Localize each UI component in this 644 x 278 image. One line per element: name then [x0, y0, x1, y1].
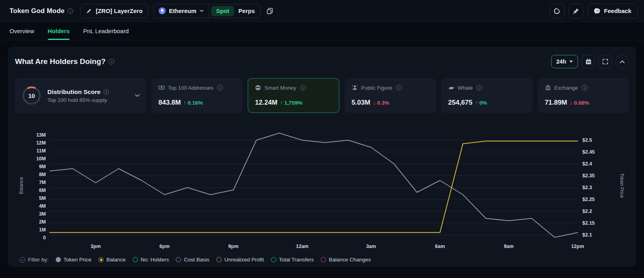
chevron-up-icon [620, 60, 625, 64]
svg-text:$2.2: $2.2 [582, 208, 592, 214]
svg-text:6M: 6M [39, 188, 46, 193]
info-icon[interactable]: i [476, 85, 482, 90]
filter-option-cost-basis[interactable]: Cost Basis [176, 257, 209, 263]
whale-icon [448, 85, 454, 91]
filter-option-balance[interactable]: Balance [98, 257, 126, 263]
holders-chart-area[interactable]: 01M2M3M4M5M6M7M8M9M10M11M12M13M$2.1$2.15… [8, 118, 636, 253]
collapse-button[interactable] [616, 55, 629, 68]
distribution-subtitle: Top 100 hold 85% supply [47, 97, 129, 103]
stat-change: ↓ 0.3% [373, 100, 389, 106]
svg-text:3pm: 3pm [90, 244, 101, 249]
filter-option-unrealized-profit[interactable]: Unrealized Profit [217, 257, 264, 263]
fullscreen-button[interactable] [599, 55, 612, 68]
info-icon[interactable]: i [396, 85, 402, 90]
stat-card-exchange[interactable]: Exchange i 71.89M ↓ 0.08% [538, 78, 629, 113]
filter-radio-icon[interactable] [176, 257, 181, 262]
page-tabs: Overview Holders PnL Leaderboard [0, 22, 644, 40]
svg-text:11M: 11M [36, 148, 46, 154]
svg-text:9M: 9M [39, 164, 46, 169]
tab-holders[interactable]: Holders [48, 22, 70, 40]
svg-text:$2.35: $2.35 [582, 173, 595, 178]
network-label: Ethereum [169, 8, 196, 14]
section-controls: 24h [551, 55, 629, 68]
calendar-icon [585, 58, 592, 65]
distribution-score-value: 10 [21, 85, 42, 106]
svg-text:6am: 6am [435, 244, 445, 249]
time-range-dropdown[interactable]: 24h [551, 55, 578, 68]
filter-radio-icon[interactable] [321, 257, 326, 262]
svg-text:0: 0 [43, 235, 46, 240]
filter-option-label: Total Transfers [279, 257, 314, 263]
tab-pnl-leaderboard[interactable]: PnL Leaderboard [83, 22, 128, 40]
stat-change: ↓ 0.08% [570, 100, 589, 106]
svg-text:$2.15: $2.15 [582, 220, 595, 226]
filter-radio-icon[interactable] [56, 257, 61, 262]
svg-text:$2.5: $2.5 [582, 137, 592, 143]
filter-option-balance-changes[interactable]: Balance Changes [321, 257, 371, 263]
stat-value: 71.89M [545, 99, 567, 107]
network-dropdown[interactable]: Ethereum [154, 4, 209, 18]
cash-icon [158, 85, 165, 91]
info-icon[interactable]: i [20, 257, 25, 263]
feedback-label: Feedback [604, 8, 631, 14]
smart-money-icon [255, 85, 261, 91]
distribution-title: Distribution Score [47, 88, 100, 96]
network-market-control: Ethereum Spot Perps [153, 4, 261, 18]
stat-title: Top 100 Addresses [168, 85, 213, 91]
feedback-button[interactable]: Feedback [588, 4, 638, 19]
svg-text:$2.25: $2.25 [582, 197, 595, 202]
holders-line-chart[interactable]: 01M2M3M4M5M6M7M8M9M10M11M12M13M$2.1$2.15… [17, 118, 627, 251]
stat-value: 5.03M [352, 99, 370, 107]
svg-text:12am: 12am [296, 244, 309, 249]
stat-card-whale[interactable]: Whale i 254,675 ↑ 0% [441, 78, 532, 113]
info-icon[interactable]: i [217, 85, 223, 90]
stat-card-public-figure[interactable]: Public Figure i 5.03M ↓ 0.3% [345, 78, 436, 113]
info-icon[interactable]: i [300, 85, 306, 90]
section-title: What Are Holders Doing? [15, 57, 105, 66]
info-icon[interactable]: i [68, 8, 73, 14]
ethereum-icon [158, 7, 166, 15]
svg-text:Balance: Balance [19, 177, 24, 194]
divider [209, 4, 209, 18]
svg-text:5M: 5M [39, 195, 46, 201]
chevron-down-icon [200, 9, 204, 12]
filter-option-total-transfers[interactable]: Total Transfers [271, 257, 314, 263]
pin-button[interactable] [569, 4, 584, 19]
stat-value: 843.8M [158, 99, 181, 107]
distribution-gauge: 10 [21, 85, 42, 106]
gauge-icon [553, 7, 561, 15]
market-tab-spot[interactable]: Spot [211, 6, 234, 16]
time-range-value: 24h [556, 58, 566, 65]
chevron-down-icon[interactable] [135, 94, 140, 97]
gauge-button[interactable] [550, 4, 565, 19]
market-tab-perps[interactable]: Perps [235, 4, 260, 18]
token-selector[interactable]: [ZRO] LayerZero [80, 4, 148, 18]
copy-button[interactable] [266, 8, 273, 15]
svg-text:$2.4: $2.4 [582, 161, 592, 167]
filter-option-label: Token Price [64, 257, 92, 263]
stat-card-smart-money[interactable]: Smart Money i 12.24M ↑ 1,759% [248, 78, 339, 113]
filter-radio-icon[interactable] [271, 257, 276, 262]
svg-text:$2.3: $2.3 [582, 185, 592, 190]
distribution-score-card[interactable]: 10 Distribution Score i Top 100 hold 85%… [15, 78, 146, 113]
svg-text:3am: 3am [366, 244, 376, 249]
stat-card-top-100-addresses[interactable]: Top 100 Addresses i 843.8M ↑ 0.16% [151, 78, 243, 113]
calendar-button[interactable] [582, 55, 595, 68]
tab-overview[interactable]: Overview [9, 22, 34, 40]
stat-title: Whale [458, 85, 473, 91]
stat-change: ↑ 1,759% [280, 100, 302, 106]
info-icon[interactable]: i [109, 59, 114, 64]
filter-option-no-holders[interactable]: No: Holders [133, 257, 169, 263]
header-actions: Feedback [550, 4, 638, 19]
app-header: Token God Mode i [ZRO] LayerZero Ethereu… [0, 0, 644, 22]
filter-by-label: Filter by: [28, 257, 49, 263]
svg-text:8M: 8M [39, 172, 46, 177]
filter-radio-icon[interactable] [133, 257, 138, 262]
filter-radio-icon[interactable] [217, 257, 222, 262]
info-icon[interactable]: i [104, 89, 109, 95]
chat-icon [594, 8, 601, 15]
filter-option-token-price[interactable]: Token Price [56, 257, 92, 263]
filter-radio-icon[interactable] [98, 257, 104, 262]
filter-option-label: Cost Basis [184, 257, 209, 263]
info-icon[interactable]: i [582, 85, 588, 90]
